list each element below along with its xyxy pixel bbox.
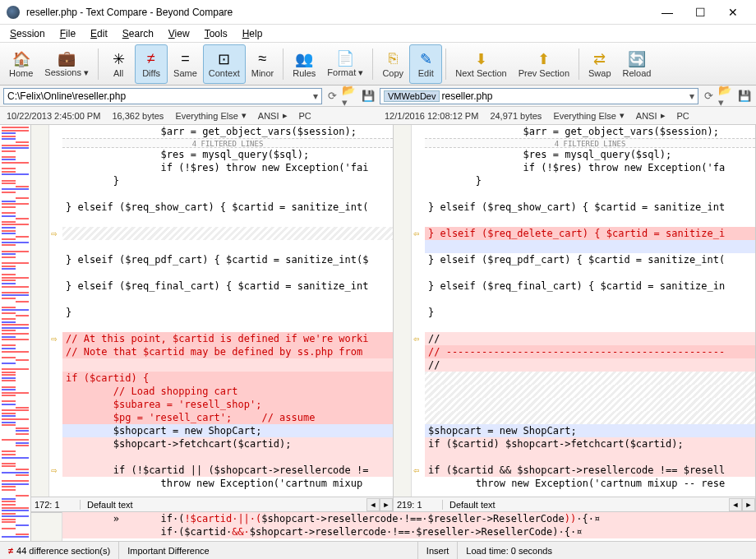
code-line[interactable]: throw new Exception('cartnum mixup -- re…: [425, 477, 755, 490]
toolbar-diffs-button[interactable]: ≠Diffs: [135, 44, 168, 84]
code-line[interactable]: [425, 319, 755, 332]
code-line[interactable]: $arr = get_object_vars($session);: [425, 125, 755, 138]
code-line[interactable]: // At this point, $cartid is defined if …: [62, 332, 393, 345]
code-line[interactable]: $shopcart = new ShopCart;: [62, 424, 393, 437]
toolbar-sessions-button[interactable]: 💼Sessions ▾: [39, 44, 94, 84]
refresh-icon[interactable]: ⟳: [700, 88, 717, 104]
code-line[interactable]: $arr = get_object_vars($session);: [62, 125, 393, 138]
code-line[interactable]: }: [62, 174, 393, 187]
code-line[interactable]: [425, 411, 755, 424]
code-line[interactable]: [62, 450, 393, 464]
refresh-icon[interactable]: ⟳: [324, 88, 340, 104]
right-code[interactable]: $arr = get_object_vars($session);4 FILTE…: [394, 125, 755, 497]
diff-arrow-icon[interactable]: ⇦: [413, 227, 423, 240]
code-line[interactable]: if ($cartid && $shopcart->resellercode !…: [425, 464, 755, 477]
code-line[interactable]: if (!$res) throw new Exception('fai: [62, 161, 393, 174]
code-line[interactable]: // -------------------------------------…: [425, 345, 755, 358]
scroll-right-icon[interactable]: ►: [380, 498, 393, 511]
code-line[interactable]: $shopcart = new ShopCart;: [425, 424, 755, 437]
right-path-input[interactable]: VMWebDev reseller.php ▾: [380, 88, 698, 104]
code-line[interactable]: [62, 187, 393, 201]
left-lineend-select[interactable]: PC: [299, 111, 311, 121]
toolbar-prev-section-button[interactable]: ⬆Prev Section: [513, 44, 575, 84]
right-lineend-select[interactable]: PC: [677, 111, 689, 121]
code-line[interactable]: }: [62, 306, 393, 319]
code-line[interactable]: [425, 214, 755, 227]
toolbar-reload-button[interactable]: 🔄Reload: [617, 44, 657, 84]
toolbar-minor-button[interactable]: ≈Minor: [246, 44, 280, 84]
code-line[interactable]: // Load shopping cart: [62, 385, 393, 398]
code-line[interactable]: // Note that $cartid may be defined by s…: [62, 345, 393, 358]
code-line[interactable]: //: [425, 358, 755, 372]
toolbar-same-button[interactable]: =Same: [168, 44, 203, 84]
merge-line[interactable]: » if·(!$cartid·||·($shopcart->resellerco…: [62, 512, 756, 525]
menu-search[interactable]: Search: [116, 26, 160, 41]
save-icon[interactable]: 💾: [736, 88, 753, 104]
code-line[interactable]: } elseif ($req_final_cart) { $cartid = s…: [62, 280, 393, 293]
code-line[interactable]: [62, 214, 393, 227]
code-line[interactable]: [425, 398, 755, 411]
code-line[interactable]: }: [425, 174, 755, 187]
code-line[interactable]: $subarea = 'resell_shop';: [62, 398, 393, 411]
minimize-button[interactable]: —: [651, 0, 684, 25]
menu-view[interactable]: View: [162, 26, 196, 41]
scroll-right-icon[interactable]: ►: [742, 498, 755, 511]
save-icon[interactable]: 💾: [360, 88, 376, 104]
code-line[interactable]: throw new Exception('cartnum mixup: [62, 477, 393, 490]
left-grammar-select[interactable]: Everything Else ▾: [175, 110, 246, 121]
code-line[interactable]: [425, 450, 755, 464]
toolbar-context-button[interactable]: ⊡Context: [203, 44, 246, 84]
code-line[interactable]: } elseif ($req_pdf_cart) { $cartid = san…: [62, 253, 393, 266]
code-line[interactable]: [62, 293, 393, 306]
menu-edit[interactable]: Edit: [84, 26, 114, 41]
code-line[interactable]: $pg = 'resell_cart'; // assume: [62, 411, 393, 424]
code-line[interactable]: $res = mysql_query($sql);: [425, 148, 755, 161]
diff-arrow-icon[interactable]: ⇨: [51, 332, 61, 345]
diff-arrow-icon[interactable]: ⇨: [51, 227, 61, 240]
open-folder-icon[interactable]: 📂▾: [342, 88, 358, 104]
code-line[interactable]: [62, 266, 393, 280]
code-line[interactable]: if ($cartid) {: [62, 372, 393, 385]
code-line[interactable]: [425, 187, 755, 201]
code-line[interactable]: if (!$res) throw new Exception('fa: [425, 161, 755, 174]
code-line[interactable]: $shopcart->fetchcart($cartid);: [62, 437, 393, 450]
menu-session[interactable]: Session: [3, 26, 52, 41]
code-line[interactable]: } elseif ($req_pdf_cart) { $cartid = san…: [425, 253, 755, 266]
thumbnail-strip[interactable]: [0, 125, 31, 541]
toolbar-rules-button[interactable]: 👥Rules: [287, 44, 321, 84]
code-line[interactable]: } elseif ($req_show_cart) { $cartid = sa…: [62, 201, 393, 214]
toolbar-format-button[interactable]: 📄Format ▾: [321, 44, 369, 84]
merge-view[interactable]: » if·(!$cartid·||·($shopcart->resellerco…: [31, 511, 756, 541]
code-line[interactable]: [425, 372, 755, 385]
right-grammar-select[interactable]: Everything Else ▾: [553, 110, 624, 121]
diff-arrow-icon[interactable]: ⇦: [413, 332, 423, 345]
code-line[interactable]: [425, 293, 755, 306]
code-line[interactable]: } elseif ($req_delete_cart) { $cartid = …: [425, 227, 755, 240]
toolbar-all-button[interactable]: ✳All: [102, 44, 135, 84]
code-line[interactable]: //: [425, 332, 755, 345]
code-line[interactable]: if ($cartid) $shopcart->fetchcart($carti…: [425, 437, 755, 450]
dropdown-icon[interactable]: ▾: [689, 90, 694, 102]
code-line[interactable]: } elseif ($req_final_cart) { $cartid = s…: [425, 280, 755, 293]
left-path-input[interactable]: C:\Felix\Online\reseller.php ▾: [3, 88, 322, 104]
scroll-left-icon[interactable]: ◄: [366, 498, 380, 511]
diff-arrow-icon[interactable]: ⇦: [413, 464, 423, 477]
menu-tools[interactable]: Tools: [198, 26, 234, 41]
open-folder-icon[interactable]: 📂▾: [718, 88, 735, 104]
code-line[interactable]: }: [425, 306, 755, 319]
code-line[interactable]: } elseif ($req_show_cart) { $cartid = sa…: [425, 201, 755, 214]
code-line[interactable]: [425, 266, 755, 280]
code-line[interactable]: [425, 385, 755, 398]
toolbar-copy-button[interactable]: ⎘Copy: [376, 44, 409, 84]
merge-line[interactable]: if·($cartid·&&·$shopcart->resellercode·!…: [62, 525, 756, 538]
code-line[interactable]: [425, 240, 755, 253]
code-line[interactable]: $res = mysql_query($sql);: [62, 148, 393, 161]
code-line[interactable]: if (!$cartid || ($shopcart->resellercode…: [62, 464, 393, 477]
code-line[interactable]: [62, 319, 393, 332]
diff-arrow-icon[interactable]: ⇨: [51, 464, 61, 477]
scroll-left-icon[interactable]: ◄: [729, 498, 742, 511]
code-line[interactable]: [62, 227, 393, 240]
toolbar-swap-button[interactable]: ⇄Swap: [583, 44, 617, 84]
close-button[interactable]: ✕: [717, 0, 749, 25]
menu-file[interactable]: File: [53, 26, 82, 41]
